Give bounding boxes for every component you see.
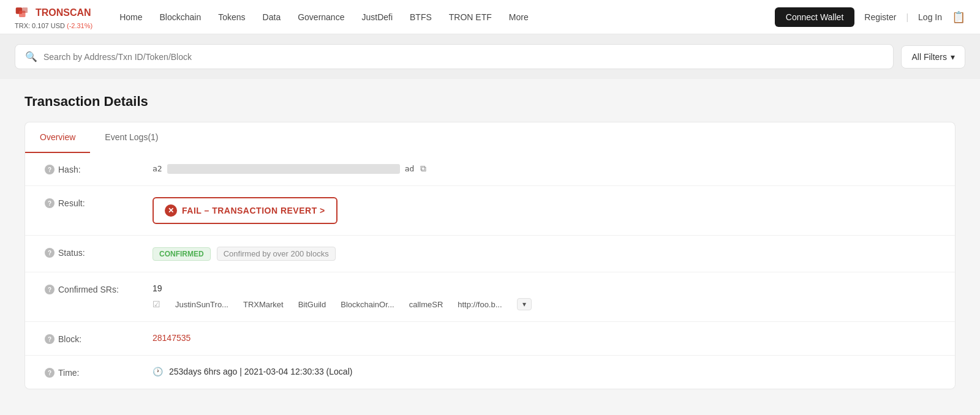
content-panel: ? Hash: a2ad ⧉ ? Result: ✕ FAIL – TRANSA… [24, 152, 956, 389]
time-text: 253days 6hrs ago | 2021-03-04 12:30:33 (… [169, 367, 352, 376]
nav-tron-etf[interactable]: TRON ETF [442, 7, 499, 27]
time-label: ? Time: [45, 367, 143, 378]
sr-checkbox-icon: ☑ [153, 299, 160, 309]
fail-icon: ✕ [165, 204, 177, 217]
nav-governance[interactable]: Governance [290, 7, 352, 27]
chevron-down-icon: ▾ [522, 300, 526, 308]
time-value: 🕐 253days 6hrs ago | 2021-03-04 12:30:33… [153, 367, 935, 376]
search-icon: 🔍 [25, 51, 37, 62]
hash-help-icon[interactable]: ? [45, 165, 55, 174]
sr-item-2: BitGuild [298, 300, 326, 309]
header-divider: | [906, 12, 908, 22]
confirmed-srs-help-icon[interactable]: ? [45, 285, 55, 294]
nav-justdefi[interactable]: JustDefi [354, 7, 400, 27]
nav-more[interactable]: More [502, 7, 536, 27]
status-label: ? Status: [45, 247, 143, 258]
status-row: ? Status: CONFIRMED Confirmed by over 20… [25, 236, 955, 272]
sr-list: ☑ JustinSunTro... TRXMarket BitGuild Blo… [153, 298, 532, 310]
nav-tokens[interactable]: Tokens [211, 7, 252, 27]
block-label: ? Block: [45, 333, 143, 344]
logo-area: TRONSCAN TRX: 0.107 USD (-2.31%) [15, 4, 92, 29]
page-title: Transaction Details [24, 94, 956, 110]
header-right: Connect Wallet Register | Log In 📋 [775, 7, 965, 27]
hash-redacted [167, 164, 400, 174]
main-nav: Home Blockchain Tokens Data Governance J… [112, 7, 775, 27]
sr-item-1: TRXMarket [243, 300, 284, 309]
logo[interactable]: TRONSCAN [15, 4, 91, 21]
connect-wallet-button[interactable]: Connect Wallet [775, 7, 854, 27]
all-filters-button[interactable]: All Filters ▾ [901, 45, 965, 69]
search-container: 🔍 [15, 44, 894, 69]
trx-change: (-2.31%) [67, 22, 92, 29]
header: TRONSCAN TRX: 0.107 USD (-2.31%) Home Bl… [0, 0, 980, 34]
hash-value: a2ad ⧉ [153, 163, 935, 174]
main-content: Transaction Details Overview Event Logs(… [0, 79, 980, 415]
sr-count: 19 [153, 283, 162, 293]
nav-blockchain[interactable]: Blockchain [153, 7, 209, 27]
time-row: ? Time: 🕐 253days 6hrs ago | 2021-03-04 … [25, 356, 955, 389]
result-help-icon[interactable]: ? [45, 198, 55, 208]
status-help-icon[interactable]: ? [45, 248, 55, 258]
status-value: CONFIRMED Confirmed by over 200 blocks [153, 247, 935, 261]
time-help-icon[interactable]: ? [45, 368, 55, 378]
tabs-container: Overview Event Logs(1) [24, 122, 956, 152]
block-value: 28147535 [153, 333, 935, 343]
search-input[interactable] [43, 52, 883, 62]
register-link[interactable]: Register [864, 12, 896, 22]
search-bar: 🔍 All Filters ▾ [0, 34, 980, 79]
confirmed-srs-row: ? Confirmed SRs: 19 ☑ JustinSunTro... TR… [25, 272, 955, 322]
sr-item-3: BlockchainOr... [341, 300, 394, 309]
book-icon[interactable]: 📋 [952, 10, 965, 24]
block-row: ? Block: 28147535 [25, 322, 955, 356]
clock-icon: 🕐 [153, 367, 163, 376]
confirmed-badge: CONFIRMED [153, 247, 211, 261]
sr-item-0: JustinSunTro... [175, 300, 228, 309]
confirmed-srs-value: 19 ☑ JustinSunTro... TRXMarket BitGuild … [153, 283, 935, 310]
confirmed-text: Confirmed by over 200 blocks [217, 247, 336, 261]
sr-item-5: http://foo.b... [458, 300, 502, 309]
sr-expand-button[interactable]: ▾ [517, 298, 532, 310]
result-label: ? Result: [45, 197, 143, 208]
block-link[interactable]: 28147535 [153, 333, 190, 343]
result-row: ? Result: ✕ FAIL – TRANSACTION REVERT > [25, 186, 955, 236]
hash-text: a2ad [153, 164, 414, 174]
fail-badge[interactable]: ✕ FAIL – TRANSACTION REVERT > [153, 197, 337, 224]
nav-data[interactable]: Data [255, 7, 288, 27]
result-value: ✕ FAIL – TRANSACTION REVERT > [153, 197, 935, 224]
sr-item-4: callmeSR [409, 300, 443, 309]
nav-home[interactable]: Home [112, 7, 149, 27]
login-link[interactable]: Log In [918, 12, 942, 22]
confirmed-srs-label: ? Confirmed SRs: [45, 283, 143, 294]
hash-label: ? Hash: [45, 163, 143, 174]
hash-row: ? Hash: a2ad ⧉ [25, 152, 955, 186]
trx-price: TRX: 0.107 USD (-2.31%) [15, 22, 92, 29]
tab-event-logs[interactable]: Event Logs(1) [90, 122, 173, 153]
nav-btfs[interactable]: BTFS [402, 7, 439, 27]
chevron-down-icon: ▾ [951, 52, 955, 62]
svg-rect-2 [22, 7, 28, 13]
block-help-icon[interactable]: ? [45, 334, 55, 344]
tab-overview[interactable]: Overview [25, 122, 90, 153]
copy-icon[interactable]: ⧉ [420, 163, 426, 174]
